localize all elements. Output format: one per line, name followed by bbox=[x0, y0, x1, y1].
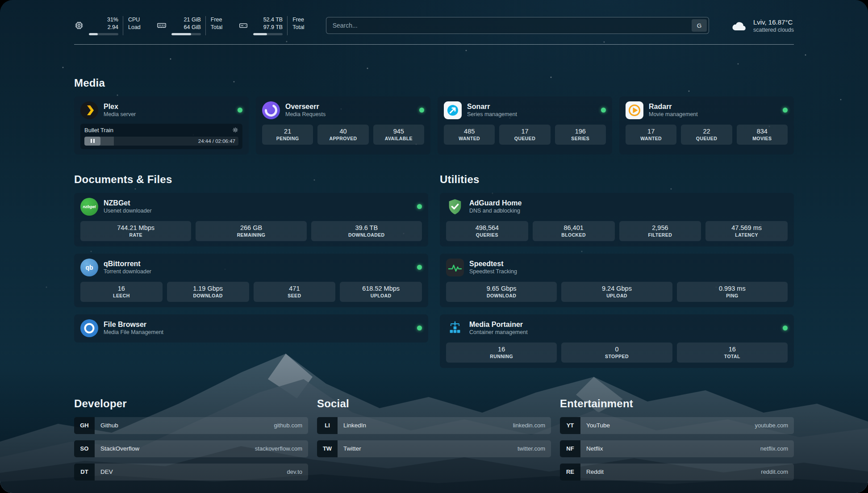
adguard-card[interactable]: AdGuard Home DNS and adblocking 498,564 … bbox=[440, 193, 794, 246]
speedtest-card[interactable]: Speedtest Speedtest Tracking 9.65 Gbps D… bbox=[440, 254, 794, 307]
stat-value: 17 bbox=[627, 128, 675, 135]
pause-button[interactable] bbox=[84, 137, 100, 146]
bookmark-youtube[interactable]: YT YouTube youtube.com bbox=[560, 417, 794, 434]
bookmark-stackoverflow[interactable]: SO StackOverflow stackoverflow.com bbox=[74, 440, 308, 457]
weather-condition: scattered clouds bbox=[753, 27, 794, 33]
cpu-percent: 31% bbox=[107, 16, 118, 24]
header-divider bbox=[74, 44, 794, 45]
ram-widget: 21 GiB 64 GiB Free Total bbox=[157, 16, 222, 35]
bookmark-reddit[interactable]: RE Reddit reddit.com bbox=[560, 464, 794, 480]
speedtest-meta: Speedtest Speedtest Tracking bbox=[469, 260, 517, 275]
qbittorrent-meta: qBittorrent Torrent downloader bbox=[104, 260, 151, 275]
disk-total-label: Total bbox=[292, 24, 304, 31]
service-name: Media Portainer bbox=[469, 321, 528, 329]
stat-label: WANTED bbox=[446, 136, 493, 141]
gear-icon[interactable] bbox=[232, 127, 238, 133]
stat-label: SERIES bbox=[557, 136, 604, 141]
overseerr-card-header: Overseerr Media Requests bbox=[262, 101, 424, 119]
bookmark-abbr: SO bbox=[74, 440, 95, 457]
portainer-card[interactable]: Media Portainer Container management 16 … bbox=[440, 314, 794, 368]
plex-card[interactable]: Plex Media server Bullet Train bbox=[74, 96, 249, 155]
radarr-card[interactable]: Radarr Movie management 17 WANTED 22 QUE… bbox=[619, 96, 794, 155]
bookmark-abbr: GH bbox=[74, 417, 95, 434]
bookmark-url: youtube.com bbox=[755, 422, 788, 429]
speedtest-card-header: Speedtest Speedtest Tracking bbox=[446, 259, 788, 276]
stat-value: 834 bbox=[739, 128, 786, 135]
stat-value: 21 bbox=[264, 128, 311, 135]
stat-value: 485 bbox=[446, 128, 493, 135]
bookmark-dev[interactable]: DT DEV dev.to bbox=[74, 464, 308, 480]
stat-value: 2,956 bbox=[621, 224, 700, 231]
ram-values: 21 GiB 64 GiB bbox=[171, 16, 206, 35]
speedtest-stats: 9.65 Gbps DOWNLOAD 9.24 Gbps UPLOAD 0.99… bbox=[446, 282, 788, 302]
stat-tile: 1.19 Gbps DOWNLOAD bbox=[167, 282, 249, 302]
search-input[interactable] bbox=[326, 17, 709, 34]
portainer-icon bbox=[446, 319, 464, 337]
weather-location: Lviv, 16.87°C bbox=[753, 18, 794, 26]
stat-label: RUNNING bbox=[448, 354, 555, 359]
section-title-documents: Documents & Files bbox=[74, 173, 428, 186]
bookmark-name: DEV bbox=[100, 468, 113, 475]
bookmark-linkedin[interactable]: LI LinkedIn linkedin.com bbox=[317, 417, 551, 434]
stat-label: PENDING bbox=[264, 136, 311, 141]
section-title-media: Media bbox=[74, 77, 794, 89]
sonarr-meta: Sonarr Series management bbox=[467, 103, 517, 117]
search-provider-button[interactable]: G bbox=[692, 19, 707, 32]
radarr-meta: Radarr Movie management bbox=[649, 103, 698, 117]
qbittorrent-card-header: qb qBittorrent Torrent downloader bbox=[80, 259, 422, 276]
service-subtitle: Media server bbox=[104, 111, 136, 117]
bookmark-group-entertainment: Entertainment YT YouTube youtube.com NF … bbox=[560, 397, 794, 480]
portainer-card-header: Media Portainer Container management bbox=[446, 319, 788, 337]
bookmark-twitter[interactable]: TW Twitter twitter.com bbox=[317, 440, 551, 457]
radarr-icon bbox=[626, 101, 643, 119]
bookmark-netflix[interactable]: NF Netflix netflix.com bbox=[560, 440, 794, 457]
weather-widget: Lviv, 16.87°C scattered clouds bbox=[730, 18, 794, 33]
nzbget-card[interactable]: nzbget NZBGet Usenet downloader 744.21 M… bbox=[74, 193, 428, 246]
disk-free-label: Free bbox=[292, 16, 304, 24]
disk-values: 52.4 TB 97.9 TB bbox=[253, 16, 288, 35]
stat-value: 0.993 ms bbox=[679, 285, 786, 292]
bookmark-group-social: Social LI LinkedIn linkedin.com TW Twitt… bbox=[317, 397, 551, 480]
service-subtitle: Torrent downloader bbox=[104, 268, 151, 275]
stat-value: 16 bbox=[82, 285, 161, 292]
stat-tile: 39.6 TB DOWNLOADED bbox=[311, 221, 422, 241]
cpu-icon bbox=[74, 21, 84, 30]
service-name: Speedtest bbox=[469, 260, 517, 268]
nzbget-icon: nzbget bbox=[80, 198, 98, 216]
service-name: qBittorrent bbox=[104, 260, 151, 268]
stat-tile: 266 GB REMAINING bbox=[196, 221, 306, 241]
stat-tile: 17 WANTED bbox=[626, 125, 676, 145]
adguard-card-header: AdGuard Home DNS and adblocking bbox=[446, 198, 788, 216]
stat-tile: 2,956 FILTERED bbox=[619, 221, 701, 241]
stat-tile: 21 PENDING bbox=[262, 125, 313, 145]
service-subtitle: Usenet downloader bbox=[104, 208, 152, 214]
filebrowser-card[interactable]: File Browser Media File Management bbox=[74, 314, 428, 343]
section-title-entertainment: Entertainment bbox=[560, 397, 794, 410]
bookmark-url: linkedin.com bbox=[513, 422, 545, 429]
bookmark-abbr: TW bbox=[317, 440, 338, 457]
service-name: Overseerr bbox=[285, 103, 326, 111]
sonarr-stats: 485 WANTED 17 QUEUED 196 SERIES bbox=[444, 125, 606, 145]
bookmark-abbr: YT bbox=[560, 417, 580, 434]
stat-label: TOTAL bbox=[679, 354, 786, 359]
stat-value: 16 bbox=[679, 346, 786, 353]
stat-tile: 834 MOVIES bbox=[737, 125, 788, 145]
stat-tile: 47.569 ms LATENCY bbox=[705, 221, 788, 241]
stat-value: 618.52 Mbps bbox=[342, 285, 420, 292]
stat-label: UPLOAD bbox=[563, 293, 670, 298]
stat-label: MOVIES bbox=[739, 136, 786, 141]
bookmark-group-developer: Developer GH Github github.com SO StackO… bbox=[74, 397, 308, 480]
overseerr-stats: 21 PENDING 40 APPROVED 945 AVAILABLE bbox=[262, 125, 424, 145]
stat-value: 1.19 Gbps bbox=[169, 285, 247, 292]
service-subtitle: DNS and adblocking bbox=[469, 208, 522, 214]
playback-progress-bar[interactable]: 24:44 / 02:06:47 bbox=[84, 137, 238, 146]
overseerr-card[interactable]: Overseerr Media Requests 21 PENDING 40 A… bbox=[256, 96, 430, 155]
stat-label: STOPPED bbox=[563, 354, 670, 359]
qbittorrent-card[interactable]: qb qBittorrent Torrent downloader 16 bbox=[74, 254, 428, 307]
stat-label: QUEUED bbox=[501, 136, 548, 141]
portainer-meta: Media Portainer Container management bbox=[469, 321, 528, 335]
sonarr-card[interactable]: Sonarr Series management 485 WANTED 17 Q… bbox=[438, 96, 612, 155]
bookmark-github[interactable]: GH Github github.com bbox=[74, 417, 308, 434]
portainer-stats: 16 RUNNING 0 STOPPED 16 TOTAL bbox=[446, 343, 788, 363]
utilities-column: Utilities bbox=[440, 173, 794, 368]
